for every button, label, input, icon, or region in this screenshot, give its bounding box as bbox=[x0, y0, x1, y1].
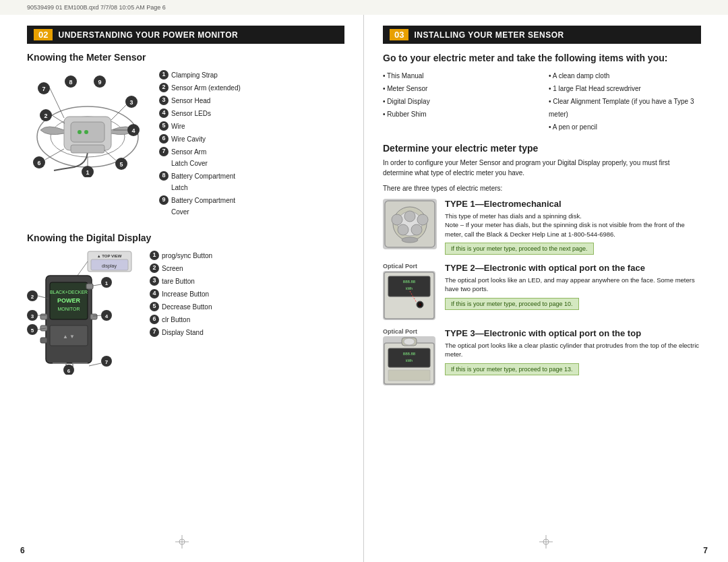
sensor-diagram: 7 8 9 3 4 5 bbox=[27, 69, 148, 177]
svg-line-26 bbox=[52, 115, 65, 123]
svg-text:▲ ▼: ▲ ▼ bbox=[63, 334, 75, 340]
display-part-num-2: 2 bbox=[150, 263, 159, 273]
meter-type-2-proceed: If this is your meter type, proceed to p… bbox=[445, 298, 579, 310]
sensor-title: Knowing the Meter Sensor bbox=[27, 52, 344, 63]
sensor-parts-list: 1 Clamping Strap 2 Sensor Arm (extended)… bbox=[159, 69, 344, 219]
svg-text:2: 2 bbox=[31, 294, 34, 300]
part-num-8: 8 bbox=[159, 171, 169, 181]
meter-svg-2: 888.88 kWh bbox=[383, 271, 435, 320]
meter-type-1-proceed: If this is your meter type, proceed to t… bbox=[445, 243, 594, 255]
sensor-svg: 7 8 9 3 4 5 bbox=[27, 69, 148, 177]
svg-text:kWh: kWh bbox=[406, 358, 413, 363]
display-part-num-3: 3 bbox=[150, 276, 159, 286]
optical-label-2: Optical Port bbox=[383, 263, 417, 270]
meter-type-2-content: TYPE 2—Electronic with optical port on t… bbox=[445, 263, 701, 310]
svg-point-76 bbox=[404, 211, 415, 222]
svg-line-30 bbox=[45, 149, 64, 160]
part-num-3: 3 bbox=[159, 96, 169, 105]
svg-rect-6 bbox=[71, 145, 104, 153]
display-svg: ▲ TOP VIEW display BLACK+DECKER POWER MO… bbox=[27, 250, 142, 375]
meter-img-1 bbox=[383, 199, 437, 249]
display-part-2: 2 Screen bbox=[150, 263, 344, 274]
display-part-4: 4 Increase Button bbox=[150, 288, 344, 300]
items-section: Go to your electric meter and take the f… bbox=[383, 52, 701, 133]
svg-rect-46 bbox=[90, 314, 97, 319]
meter-type-3-body: The optical port looks like a clear plas… bbox=[445, 341, 701, 359]
svg-rect-45 bbox=[40, 338, 47, 343]
svg-point-79 bbox=[411, 224, 422, 235]
items-title: Go to your electric meter and take the f… bbox=[383, 52, 701, 64]
display-title: Knowing the Digital Display bbox=[27, 232, 344, 243]
svg-line-51 bbox=[93, 284, 101, 286]
determine-body1: In order to configure your Meter Sensor … bbox=[383, 158, 701, 178]
svg-text:4: 4 bbox=[105, 313, 109, 319]
meter-type-2-img-area: Optical Port 888.88 kWh bbox=[383, 263, 437, 320]
sensor-part-8: 8 Battery Compartment Latch bbox=[159, 170, 344, 193]
svg-text:3: 3 bbox=[129, 99, 133, 106]
svg-text:4: 4 bbox=[131, 127, 135, 134]
determine-title: Determine your electric meter type bbox=[383, 143, 701, 154]
svg-point-75 bbox=[392, 214, 402, 225]
svg-text:1: 1 bbox=[105, 280, 109, 286]
part-num-1: 1 bbox=[159, 70, 169, 80]
sensor-part-7: 7 Sensor Arm Latch Cover bbox=[159, 146, 344, 169]
meter-type-2-title: TYPE 2—Electronic with optical port on t… bbox=[445, 263, 701, 273]
svg-text:888.88: 888.88 bbox=[403, 352, 416, 356]
svg-line-68 bbox=[89, 363, 101, 366]
left-section-number: 02 bbox=[34, 29, 53, 40]
svg-rect-43 bbox=[40, 314, 47, 319]
left-crosshair bbox=[175, 535, 189, 550]
svg-text:display: display bbox=[102, 263, 117, 269]
svg-text:BLACK+DECKER: BLACK+DECKER bbox=[50, 290, 88, 294]
svg-text:3: 3 bbox=[31, 313, 34, 319]
items-col-left: This Manual Meter Sensor Digital Display… bbox=[383, 69, 535, 133]
meter-type-2-body: The optical port looks like an LED, and … bbox=[445, 276, 701, 294]
display-parts-list: 1 prog/sync Button 2 Screen 3 tare Butto… bbox=[150, 250, 344, 371]
display-part-1: 1 prog/sync Button bbox=[150, 250, 344, 261]
sensor-part-4: 4 Sensor LEDs bbox=[159, 108, 344, 119]
svg-text:6: 6 bbox=[67, 368, 71, 374]
display-part-5: 5 Decrease Button bbox=[150, 301, 344, 313]
meter-type-3-title: TYPE 3—Electronic with optical port on t… bbox=[445, 328, 701, 338]
svg-text:1: 1 bbox=[86, 169, 89, 176]
meter-img-2: 888.88 kWh bbox=[383, 271, 435, 320]
svg-rect-42 bbox=[86, 284, 93, 289]
part-num-5: 5 bbox=[159, 121, 169, 131]
svg-text:7: 7 bbox=[105, 359, 109, 365]
svg-point-91 bbox=[404, 338, 415, 345]
right-crosshair bbox=[539, 535, 553, 550]
right-page-number: 7 bbox=[703, 546, 708, 555]
right-section-number: 03 bbox=[390, 29, 408, 40]
svg-text:9: 9 bbox=[98, 79, 101, 86]
page-header: 90539499 01 EM100B.qxd 7/7/08 10:05 AM P… bbox=[0, 0, 728, 15]
svg-text:MONITOR: MONITOR bbox=[58, 307, 80, 311]
meter-type-3-proceed: If this is your meter type, proceed to p… bbox=[445, 363, 579, 375]
svg-point-78 bbox=[398, 224, 408, 235]
svg-text:8: 8 bbox=[69, 79, 72, 86]
display-part-num-6: 6 bbox=[150, 315, 159, 324]
meter-type-1-content: TYPE 1—Electromechanical This type of me… bbox=[445, 199, 701, 255]
svg-rect-95 bbox=[388, 370, 430, 381]
display-diagram: ▲ TOP VIEW display BLACK+DECKER POWER MO… bbox=[27, 250, 142, 371]
svg-text:POWER: POWER bbox=[57, 297, 81, 304]
display-section: Knowing the Digital Display ▲ TOP VIEW d… bbox=[27, 232, 344, 371]
part-num-9: 9 bbox=[159, 195, 169, 205]
svg-point-4 bbox=[78, 130, 82, 134]
svg-text:kWh: kWh bbox=[406, 286, 413, 290]
meter-type-1: TYPE 1—Electromechanical This type of me… bbox=[383, 199, 701, 255]
sensor-part-6: 6 Wire Cavity bbox=[159, 133, 344, 145]
svg-text:5: 5 bbox=[119, 161, 123, 168]
meter-type-3: Optical Port 888.88 kWh bbox=[383, 328, 701, 385]
meter-type-1-body: This type of meter has dials and a spinn… bbox=[445, 212, 701, 239]
sensor-part-3: 3 Sensor Head bbox=[159, 95, 344, 106]
svg-text:7: 7 bbox=[42, 86, 45, 92]
svg-point-5 bbox=[84, 130, 88, 134]
svg-text:▲ TOP VIEW: ▲ TOP VIEW bbox=[97, 254, 122, 258]
left-page-number: 6 bbox=[20, 546, 25, 555]
right-section-header: 03 INSTALLING YOUR METER SENSOR bbox=[383, 26, 701, 44]
sensor-part-2: 2 Sensor Arm (extended) bbox=[159, 82, 344, 94]
display-part-num-7: 7 bbox=[150, 327, 159, 337]
svg-text:5: 5 bbox=[31, 327, 34, 334]
display-part-num-1: 1 bbox=[150, 251, 159, 260]
svg-line-27 bbox=[111, 104, 127, 120]
